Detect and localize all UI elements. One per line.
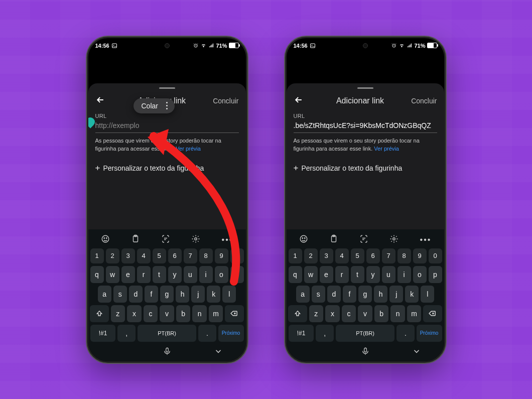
key-e[interactable]: e bbox=[320, 266, 333, 283]
back-button[interactable] bbox=[95, 95, 115, 107]
key-o[interactable]: o bbox=[215, 266, 228, 283]
emoji-button[interactable] bbox=[299, 234, 308, 245]
symbols-key[interactable]: !#1 bbox=[90, 325, 116, 342]
key-y[interactable]: y bbox=[168, 266, 182, 283]
key-7[interactable]: 7 bbox=[184, 248, 197, 263]
emoji-button[interactable] bbox=[101, 234, 110, 245]
key-7[interactable]: 7 bbox=[382, 248, 395, 263]
key-f[interactable]: f bbox=[343, 286, 356, 303]
clipboard-button[interactable] bbox=[329, 234, 338, 245]
key-f[interactable]: f bbox=[145, 286, 158, 303]
key-z[interactable]: z bbox=[309, 305, 324, 322]
comma-key[interactable]: , bbox=[117, 325, 135, 342]
key-0[interactable]: 0 bbox=[230, 248, 244, 263]
key-4[interactable]: 4 bbox=[137, 248, 151, 263]
key-z[interactable]: z bbox=[111, 305, 125, 322]
key-p[interactable]: p bbox=[230, 266, 244, 283]
key-0[interactable]: 0 bbox=[429, 248, 442, 263]
paste-button[interactable]: Colar bbox=[142, 102, 158, 110]
key-i[interactable]: i bbox=[397, 266, 411, 283]
key-x[interactable]: x bbox=[325, 305, 340, 322]
key-j[interactable]: j bbox=[191, 286, 205, 303]
key-h[interactable]: h bbox=[176, 286, 189, 303]
key-m[interactable]: m bbox=[209, 305, 223, 322]
key-9[interactable]: 9 bbox=[215, 248, 228, 263]
settings-button[interactable] bbox=[191, 234, 200, 245]
key-x[interactable]: x bbox=[127, 305, 142, 322]
key-b[interactable]: b bbox=[374, 305, 389, 322]
next-key[interactable]: Próximo bbox=[218, 325, 244, 342]
key-j[interactable]: j bbox=[389, 286, 403, 303]
next-key[interactable]: Próximo bbox=[417, 325, 442, 342]
sheet-grabber[interactable] bbox=[159, 87, 175, 89]
key-o[interactable]: o bbox=[413, 266, 427, 283]
preview-link[interactable]: Ver prévia bbox=[176, 146, 201, 152]
key-d[interactable]: d bbox=[327, 286, 341, 303]
keyboard-hide-icon[interactable] bbox=[214, 347, 223, 356]
key-m[interactable]: m bbox=[407, 305, 422, 322]
key-3[interactable]: 3 bbox=[320, 248, 333, 263]
more-options-button[interactable] bbox=[163, 102, 171, 110]
mic-icon[interactable] bbox=[163, 347, 172, 356]
done-button[interactable]: Concluir bbox=[209, 97, 239, 105]
keyboard-hide-icon[interactable] bbox=[412, 347, 421, 356]
symbols-key[interactable]: !#1 bbox=[289, 325, 314, 342]
key-y[interactable]: y bbox=[366, 266, 380, 283]
key-5[interactable]: 5 bbox=[153, 248, 166, 263]
key-q[interactable]: q bbox=[289, 266, 302, 283]
key-n[interactable]: n bbox=[192, 305, 207, 322]
key-4[interactable]: 4 bbox=[335, 248, 349, 263]
key-2[interactable]: 2 bbox=[304, 248, 318, 263]
key-s[interactable]: s bbox=[113, 286, 127, 303]
key-v[interactable]: v bbox=[160, 305, 174, 322]
text-scan-button[interactable] bbox=[161, 234, 170, 245]
key-5[interactable]: 5 bbox=[351, 248, 364, 263]
key-9[interactable]: 9 bbox=[413, 248, 427, 263]
shift-key[interactable] bbox=[90, 305, 108, 322]
mic-icon[interactable] bbox=[361, 347, 370, 356]
key-2[interactable]: 2 bbox=[106, 248, 119, 263]
url-input[interactable] bbox=[294, 119, 437, 133]
key-a[interactable]: a bbox=[98, 286, 111, 303]
period-key[interactable]: . bbox=[396, 325, 414, 342]
key-u[interactable]: u bbox=[184, 266, 197, 283]
language-key[interactable]: PT(BR) bbox=[336, 325, 395, 342]
key-g[interactable]: g bbox=[358, 286, 372, 303]
key-e[interactable]: e bbox=[121, 266, 135, 283]
sheet-grabber[interactable] bbox=[357, 87, 373, 89]
clipboard-button[interactable] bbox=[131, 234, 140, 245]
key-r[interactable]: r bbox=[335, 266, 349, 283]
preview-link[interactable]: Ver prévia bbox=[374, 146, 399, 152]
period-key[interactable]: . bbox=[198, 325, 216, 342]
backspace-key[interactable] bbox=[225, 305, 243, 322]
key-a[interactable]: a bbox=[296, 286, 310, 303]
key-6[interactable]: 6 bbox=[168, 248, 182, 263]
key-n[interactable]: n bbox=[390, 305, 405, 322]
key-8[interactable]: 8 bbox=[397, 248, 411, 263]
key-g[interactable]: g bbox=[160, 286, 174, 303]
key-d[interactable]: d bbox=[129, 286, 143, 303]
key-s[interactable]: s bbox=[312, 286, 325, 303]
settings-button[interactable] bbox=[389, 234, 398, 245]
key-1[interactable]: 1 bbox=[90, 248, 104, 263]
key-q[interactable]: q bbox=[90, 266, 104, 283]
shift-key[interactable] bbox=[288, 305, 307, 322]
url-input[interactable] bbox=[95, 119, 239, 133]
back-button[interactable] bbox=[294, 95, 314, 107]
key-l[interactable]: l bbox=[222, 286, 236, 303]
key-t[interactable]: t bbox=[351, 266, 364, 283]
customize-sticker-button[interactable]: +Personalizar o texto da figurinha bbox=[95, 163, 239, 173]
done-button[interactable]: Concluir bbox=[407, 97, 437, 105]
key-h[interactable]: h bbox=[374, 286, 387, 303]
key-k[interactable]: k bbox=[207, 286, 220, 303]
key-3[interactable]: 3 bbox=[121, 248, 135, 263]
key-b[interactable]: b bbox=[176, 305, 191, 322]
key-p[interactable]: p bbox=[429, 266, 442, 283]
text-scan-button[interactable] bbox=[359, 234, 368, 245]
key-v[interactable]: v bbox=[358, 305, 372, 322]
more-button[interactable]: ••• bbox=[222, 235, 233, 244]
customize-sticker-button[interactable]: +Personalizar o texto da figurinha bbox=[294, 163, 437, 173]
key-c[interactable]: c bbox=[342, 305, 356, 322]
key-r[interactable]: r bbox=[137, 266, 151, 283]
comma-key[interactable]: , bbox=[316, 325, 333, 342]
